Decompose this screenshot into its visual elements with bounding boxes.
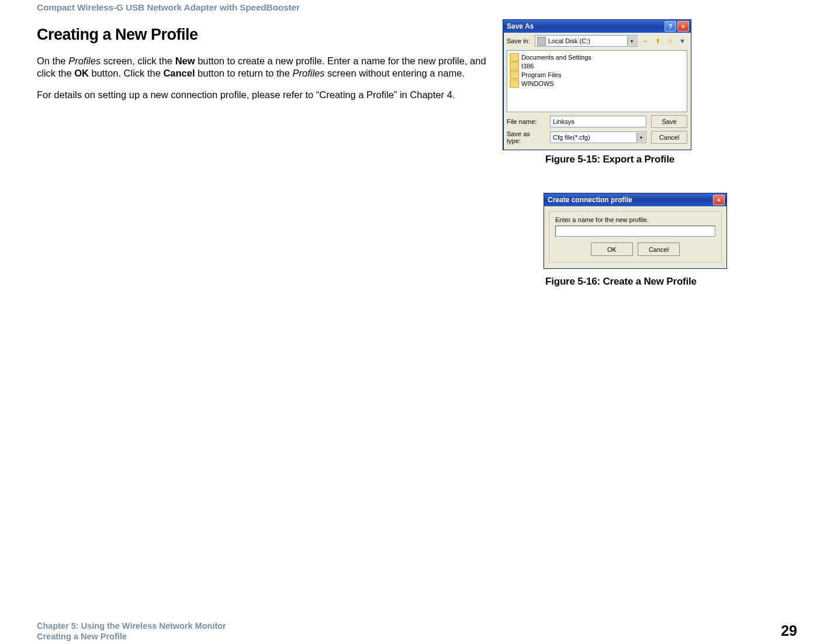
help-button[interactable]: ?: [665, 21, 676, 32]
folder-icon: [510, 53, 519, 61]
view-menu-icon[interactable]: ▼: [677, 36, 687, 46]
cancel-button[interactable]: Cancel: [651, 131, 687, 144]
list-item[interactable]: I386: [510, 61, 684, 70]
new-folder-icon[interactable]: ☆: [665, 36, 675, 46]
disk-icon: [537, 37, 546, 46]
create-profile-buttons: OK Cancel: [555, 243, 715, 256]
folder-label: Program Files: [521, 71, 561, 78]
folder-icon: [510, 62, 519, 70]
figure-caption-5-15: Figure 5-15: Export a Profile: [545, 154, 674, 165]
create-profile-titlebar: Create connection profile ×: [544, 193, 726, 206]
save-button[interactable]: Save: [651, 115, 687, 128]
save-as-dialog: Save As ? × Save in: Local Disk (C:) ▾ ←…: [503, 19, 691, 150]
create-profile-inner: Enter a name for the new profile. OK Can…: [549, 211, 722, 262]
create-profile-prompt: Enter a name for the new profile.: [555, 216, 715, 223]
close-button[interactable]: ×: [713, 195, 725, 205]
savetype-combo[interactable]: Cfg file(*.cfg) ▾: [550, 131, 646, 143]
save-as-title: Save As: [507, 22, 534, 30]
body-paragraph-1: On the Profiles screen, click the New bu…: [37, 55, 493, 79]
folder-label: I386: [521, 63, 534, 70]
create-profile-dialog: Create connection profile × Enter a name…: [544, 193, 727, 269]
close-button[interactable]: ×: [677, 21, 689, 32]
save-in-label: Save in:: [507, 37, 531, 44]
text-run: screen, click the: [101, 56, 175, 66]
nav-icons: ← ⬆ ☆ ▼: [641, 36, 687, 46]
save-as-bottom: File name: Linksys Save Save as type: Cf…: [503, 113, 691, 144]
page-number: 29: [781, 622, 797, 639]
savetype-row: Save as type: Cfg file(*.cfg) ▾ Cancel: [507, 130, 687, 144]
save-in-value: Local Disk (C:): [548, 37, 590, 44]
footer-left: Chapter 5: Using the Wireless Network Mo…: [37, 621, 226, 642]
filename-input[interactable]: Linksys: [550, 116, 646, 127]
back-icon[interactable]: ←: [641, 36, 650, 46]
ok-button-ref: OK: [74, 68, 89, 78]
body-paragraph-2: For details on setting up a new connecti…: [37, 89, 493, 101]
cancel-button[interactable]: Cancel: [638, 243, 680, 256]
cancel-button-ref: Cancel: [163, 68, 195, 78]
text-run: button to return to the: [195, 68, 293, 78]
list-item[interactable]: WINDOWS: [510, 79, 684, 88]
figure-caption-5-16: Figure 5-16: Create a New Profile: [545, 276, 697, 288]
chevron-down-icon[interactable]: ▾: [627, 36, 636, 46]
up-one-level-icon[interactable]: ⬆: [653, 36, 663, 46]
text-run: screen without entering a name.: [325, 68, 465, 78]
section-title: Creating a New Profile: [37, 26, 198, 44]
profiles-ref: Profiles: [68, 56, 101, 66]
chevron-down-icon[interactable]: ▾: [636, 133, 645, 142]
new-button-ref: New: [175, 56, 195, 66]
folder-label: WINDOWS: [521, 80, 554, 87]
ok-button[interactable]: OK: [591, 243, 633, 256]
savetype-value: Cfg file(*.cfg): [553, 134, 590, 141]
page: Compact Wireless-G USB Network Adapter w…: [0, 0, 834, 644]
product-header: Compact Wireless-G USB Network Adapter w…: [37, 2, 300, 13]
save-as-toolbar: Save in: Local Disk (C:) ▾ ← ⬆ ☆ ▼: [503, 33, 691, 49]
footer-section: Creating a New Profile: [37, 631, 226, 642]
file-list[interactable]: Documents and Settings I386 Program File…: [507, 50, 687, 112]
titlebar-buttons: ? ×: [665, 21, 689, 32]
save-as-titlebar: Save As ? ×: [503, 20, 691, 33]
list-item[interactable]: Program Files: [510, 70, 684, 79]
folder-icon: [510, 79, 519, 88]
profiles-ref-2: Profiles: [292, 68, 324, 78]
filename-value: Linksys: [553, 118, 575, 125]
savetype-label: Save as type:: [507, 130, 545, 144]
list-item[interactable]: Documents and Settings: [510, 53, 684, 61]
folder-label: Documents and Settings: [521, 54, 591, 61]
footer-chapter: Chapter 5: Using the Wireless Network Mo…: [37, 621, 226, 631]
create-profile-title: Create connection profile: [548, 196, 632, 204]
folder-icon: [510, 71, 519, 79]
text-run: button. Click the: [89, 68, 163, 78]
save-in-combo[interactable]: Local Disk (C:) ▾: [535, 35, 637, 47]
filename-label: File name:: [507, 118, 545, 125]
profile-name-input[interactable]: [555, 226, 715, 237]
filename-row: File name: Linksys Save: [507, 115, 687, 128]
text-run: On the: [37, 56, 68, 66]
